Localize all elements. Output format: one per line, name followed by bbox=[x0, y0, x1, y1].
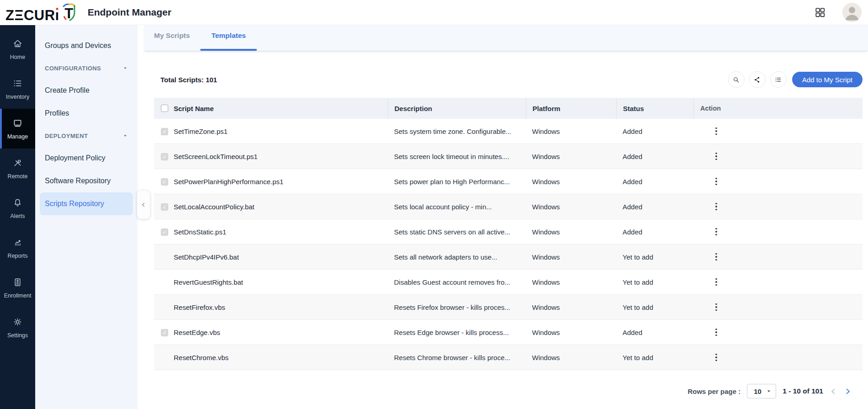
row-actions-menu-button[interactable] bbox=[712, 277, 721, 287]
sidebar-item-label: Create Profile bbox=[45, 86, 90, 95]
row-checkbox-checked: ✓ bbox=[161, 128, 168, 135]
sidebar-item-label: Software Repository bbox=[45, 177, 111, 185]
row-actions-menu-button[interactable] bbox=[712, 126, 721, 136]
script-name-cell: SetPowerPlanHighPerformance.ps1 bbox=[169, 178, 388, 186]
status-cell: Yet to add bbox=[616, 303, 693, 311]
row-checkbox-cell: ✓ bbox=[154, 202, 169, 211]
script-name-cell: SetDhcpIPv4IPv6.bat bbox=[169, 253, 388, 261]
script-name-cell: SetLocalAccountPolicy.bat bbox=[169, 203, 388, 211]
table-row: ResetFirefox.vbsResets Firefox browser -… bbox=[154, 295, 863, 320]
select-all-checkbox[interactable] bbox=[161, 105, 168, 112]
caret-down-icon bbox=[767, 389, 771, 393]
rows-per-page-value: 10 bbox=[754, 388, 761, 395]
script-name-cell: ResetFirefox.vbs bbox=[169, 303, 388, 311]
sidebar-item-scripts-repository[interactable]: Scripts Repository bbox=[40, 192, 133, 215]
sidebar-item-deployment-policy[interactable]: Deployment Policy bbox=[35, 147, 138, 170]
column-header-status: Status bbox=[616, 98, 693, 119]
nav-item-alerts[interactable]: Alerts bbox=[0, 188, 35, 228]
share-button[interactable] bbox=[749, 71, 766, 88]
previous-page-button[interactable] bbox=[830, 388, 837, 395]
sidebar-item-software-repository[interactable]: Software Repository bbox=[35, 170, 138, 192]
tab-my-scripts[interactable]: My Scripts bbox=[154, 25, 190, 46]
row-actions-menu-button[interactable] bbox=[712, 302, 721, 312]
app-body: HomeInventoryManageRemoteAlertsReportsEn… bbox=[0, 25, 868, 409]
scripts-table: Script NameDescriptionPlatformStatusActi… bbox=[154, 98, 863, 370]
nav-item-manage[interactable]: Manage bbox=[0, 109, 35, 149]
sidebar-section-configurations[interactable]: CONFIGURATIONS bbox=[35, 57, 138, 79]
platform-cell: Windows bbox=[526, 354, 616, 361]
description-cell: Sets all network adapters to use... bbox=[388, 253, 526, 261]
row-actions-menu-button[interactable] bbox=[712, 352, 721, 362]
script-name-cell: ResetEdge.vbs bbox=[169, 329, 388, 336]
settings-icon bbox=[12, 317, 23, 329]
inventory-icon bbox=[12, 78, 23, 90]
table-row: ResetChrome.vbsResets Chrome browser - k… bbox=[154, 345, 863, 370]
column-header-platform: Platform bbox=[526, 98, 616, 119]
next-page-button[interactable] bbox=[844, 388, 852, 395]
home-icon bbox=[12, 38, 23, 51]
action-cell bbox=[693, 126, 863, 136]
description-cell: Disables Guest account removes fro... bbox=[388, 278, 526, 286]
nav-item-reports[interactable]: Reports bbox=[0, 228, 35, 268]
description-cell: Resets Edge browser - kills process... bbox=[388, 329, 526, 336]
nav-item-inventory[interactable]: Inventory bbox=[0, 69, 35, 109]
sidebar-item-groups-and-devices[interactable]: Groups and Devices bbox=[35, 34, 138, 57]
user-avatar[interactable] bbox=[842, 3, 862, 22]
remote-icon bbox=[12, 158, 23, 170]
alerts-icon bbox=[12, 197, 23, 210]
search-button[interactable] bbox=[728, 71, 745, 88]
logo-shield-icon: T bbox=[60, 2, 78, 22]
list-view-button[interactable] bbox=[770, 71, 787, 88]
description-cell: Sets static DNS servers on all active... bbox=[388, 228, 526, 236]
nav-item-home[interactable]: Home bbox=[0, 29, 35, 69]
manage-icon bbox=[12, 118, 23, 130]
action-cell bbox=[693, 176, 863, 186]
platform-cell: Windows bbox=[526, 228, 616, 236]
row-actions-menu-button[interactable] bbox=[712, 202, 721, 212]
table-row: ✓ResetEdge.vbsResets Edge browser - kill… bbox=[154, 320, 863, 345]
search-icon bbox=[732, 76, 740, 84]
row-checkbox-cell: ✓ bbox=[154, 152, 169, 161]
rows-per-page-select[interactable]: 10 bbox=[747, 384, 776, 398]
nav-item-label: Home bbox=[10, 54, 25, 60]
rows-per-page-label: Rows per page : bbox=[687, 388, 740, 395]
table-row: SetDhcpIPv4IPv6.batSets all network adap… bbox=[154, 244, 863, 270]
endpoint-manager-app: ZΞCURı T Endpoint Manager bbox=[0, 0, 868, 409]
nav-item-label: Alerts bbox=[11, 213, 25, 219]
nav-item-label: Settings bbox=[7, 332, 28, 339]
script-name-cell: RevertGuestRights.bat bbox=[169, 278, 388, 286]
share-icon bbox=[753, 76, 761, 84]
nav-item-enrollment[interactable]: Enrollment bbox=[0, 268, 35, 308]
sidebar-item-profiles[interactable]: Profiles bbox=[35, 102, 138, 125]
row-actions-menu-button[interactable] bbox=[712, 151, 721, 161]
nav-item-label: Manage bbox=[7, 133, 28, 140]
row-checkbox-checked: ✓ bbox=[161, 228, 168, 236]
row-actions-menu-button[interactable] bbox=[712, 252, 721, 262]
sidebar-section-deployment[interactable]: DEPLOYMENT bbox=[35, 125, 138, 147]
status-cell: Yet to add bbox=[616, 354, 693, 361]
status-cell: Added bbox=[616, 203, 693, 211]
sidebar-collapse-handle[interactable] bbox=[137, 191, 150, 219]
table-header-row: Script NameDescriptionPlatformStatusActi… bbox=[154, 98, 863, 119]
enrollment-icon bbox=[12, 277, 23, 289]
script-name-cell: ResetChrome.vbs bbox=[169, 354, 388, 361]
nav-item-settings[interactable]: Settings bbox=[0, 308, 35, 347]
platform-cell: Windows bbox=[526, 178, 616, 186]
platform-cell: Windows bbox=[526, 153, 616, 160]
sidebar-item-create-profile[interactable]: Create Profile bbox=[35, 79, 138, 102]
row-actions-menu-button[interactable] bbox=[712, 176, 721, 186]
nav-item-remote[interactable]: Remote bbox=[0, 149, 35, 188]
pagination-bar: Rows per page : 10 1 - 10 of 101 bbox=[154, 384, 863, 398]
row-actions-menu-button[interactable] bbox=[712, 327, 721, 337]
action-cell bbox=[693, 277, 863, 287]
column-header-script-name: Script Name bbox=[169, 98, 388, 119]
chevron-left-icon bbox=[141, 202, 146, 207]
sidebar-item-label: Profiles bbox=[45, 109, 69, 117]
apps-grid-icon[interactable] bbox=[813, 5, 827, 19]
tab-templates[interactable]: Templates bbox=[211, 25, 246, 46]
row-checkbox-cell: ✓ bbox=[154, 328, 169, 337]
row-actions-menu-button[interactable] bbox=[712, 227, 721, 237]
description-cell: Sets screen lock timeout in minutes.... bbox=[388, 153, 526, 160]
sidebar-section-label: CONFIGURATIONS bbox=[45, 65, 101, 72]
add-to-my-script-button[interactable]: Add to My Script bbox=[792, 72, 863, 87]
